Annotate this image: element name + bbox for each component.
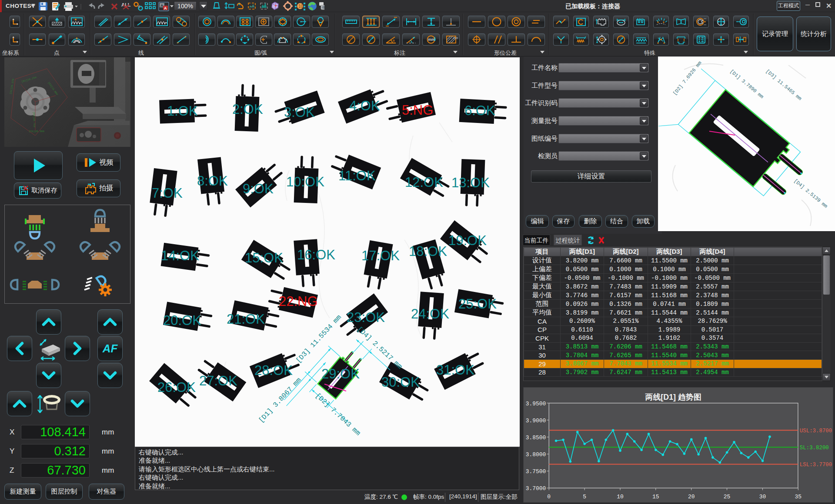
svg-text:θ: θ <box>393 39 395 43</box>
svg-text:19:OK: 19:OK <box>448 233 487 248</box>
svg-text:3.8500: 3.8500 <box>526 434 546 441</box>
svg-text:20:OK: 20:OK <box>163 313 201 328</box>
svg-text:26:OK: 26:OK <box>157 380 196 395</box>
svg-text:两线[D1] 趋势图: 两线[D1] 趋势图 <box>645 393 701 401</box>
svg-text:28:OK: 28:OK <box>254 363 293 378</box>
svg-text:22:NG: 22:NG <box>279 294 318 309</box>
svg-text:15:OK: 15:OK <box>245 250 283 265</box>
svg-text:mm: mm <box>453 36 458 40</box>
svg-text:[X1]26.306: [X1]26.306 <box>29 130 44 133</box>
svg-text:5:NG: 5:NG <box>402 103 433 118</box>
svg-text:9:OK: 9:OK <box>243 181 274 196</box>
svg-text:[R2]10.75#: [R2]10.75# <box>32 112 36 128</box>
svg-text:17:OK: 17:OK <box>361 248 400 263</box>
svg-text:3.8000: 3.8000 <box>526 451 546 458</box>
svg-text:10: 10 <box>617 494 623 500</box>
svg-text:14:OK: 14:OK <box>161 248 199 263</box>
svg-text:SL:3.8200: SL:3.8200 <box>800 445 829 451</box>
svg-text:25:OK: 25:OK <box>458 296 497 312</box>
svg-text:10:OK: 10:OK <box>286 174 324 189</box>
svg-text:A: A <box>164 6 167 10</box>
svg-text:31:OK: 31:OK <box>436 362 474 378</box>
svg-text:2:OK: 2:OK <box>232 102 263 117</box>
svg-text:6:OK: 6:OK <box>464 103 495 118</box>
svg-text:3:OK: 3:OK <box>284 105 315 120</box>
svg-text:8:OK: 8:OK <box>197 173 228 189</box>
svg-text:3.7000: 3.7000 <box>526 485 546 492</box>
svg-text:20: 20 <box>688 494 695 500</box>
svg-text:3.9000: 3.9000 <box>526 418 546 424</box>
svg-text:LSL:3.7700: LSL:3.7700 <box>800 462 832 468</box>
svg-text:4:OK: 4:OK <box>349 98 380 113</box>
svg-text:29:OK: 29:OK <box>321 366 360 381</box>
svg-text:5: 5 <box>583 494 586 500</box>
svg-text:7:OK: 7:OK <box>152 186 183 201</box>
svg-text:23:OK: 23:OK <box>347 310 385 325</box>
svg-text:10: 10 <box>298 4 304 9</box>
svg-text:USL:3.8700: USL:3.8700 <box>800 428 832 434</box>
svg-text:30: 30 <box>759 494 766 500</box>
svg-text:30:OK: 30:OK <box>381 375 420 390</box>
svg-text:16:OK: 16:OK <box>297 247 335 262</box>
svg-text:13:OK: 13:OK <box>451 175 490 190</box>
svg-text:3.9500: 3.9500 <box>526 401 546 407</box>
svg-text:3.7500: 3.7500 <box>526 468 546 475</box>
svg-text:A: A <box>160 3 164 8</box>
svg-text:35: 35 <box>795 494 802 500</box>
svg-text:12:OK: 12:OK <box>405 175 443 190</box>
svg-text:18:OK: 18:OK <box>409 244 447 259</box>
svg-text:21:OK: 21:OK <box>227 312 265 327</box>
svg-text:25: 25 <box>724 494 730 500</box>
svg-text:27:OK: 27:OK <box>199 373 237 388</box>
svg-text:1:OK: 1:OK <box>167 103 198 119</box>
svg-text:11:OK: 11:OK <box>338 168 376 183</box>
svg-text:0: 0 <box>547 494 551 500</box>
svg-text:24:OK: 24:OK <box>411 306 449 322</box>
svg-text:15: 15 <box>652 494 659 500</box>
